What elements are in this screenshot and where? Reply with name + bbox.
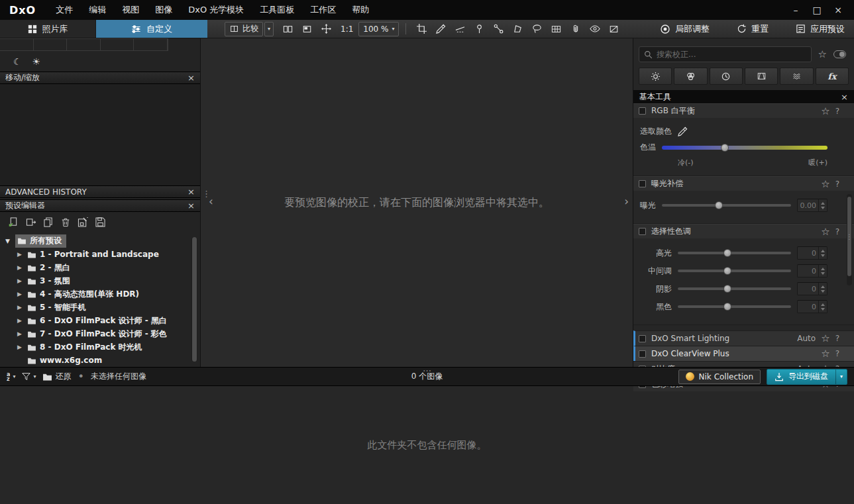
selective-tone-checkbox[interactable] [639,228,646,235]
local-adjustments-button[interactable]: 局部调整 [651,20,719,38]
search-input[interactable] [657,50,806,59]
shadows-value[interactable]: 0 [797,282,827,295]
tree-item-all-presets[interactable]: ▼ 所有预设 [0,234,200,248]
menu-tool-panels[interactable]: 工具面板 [252,4,302,16]
chevron-right-icon[interactable]: ▶ [17,304,24,311]
tree-item[interactable]: ▶7 - DxO FilmPack 设计师 - 彩色 [0,327,200,340]
menu-view[interactable]: 视图 [114,4,147,16]
tree-item[interactable]: ▶4 - 高动态范围(单张 HDR) [0,287,200,301]
split-view-button[interactable] [279,21,297,37]
tab-layers[interactable] [780,68,813,85]
maximize-button[interactable]: □ [806,5,827,15]
control-line-button[interactable] [490,21,507,37]
star-icon[interactable]: ☆ [821,178,829,190]
tab-detail[interactable] [710,68,743,85]
reshape-grid-button[interactable] [547,21,565,37]
menu-workspace[interactable]: 工作区 [302,4,344,16]
collapse-right-panel-icon[interactable]: › [624,196,629,207]
menu-optics-modules[interactable]: DxO 光学模块 [180,4,252,16]
mask-manager-button[interactable] [605,21,623,37]
preset-editor-panel-header[interactable]: 预设编辑器 × [0,199,200,212]
star-icon[interactable]: ☆ [821,348,829,360]
menu-help[interactable]: 帮助 [344,4,377,16]
zoom-1to1-button[interactable]: 1:1 [337,22,357,36]
shadow-clipping-icon[interactable]: ☾ [13,56,22,67]
midtones-value[interactable]: 0 [797,264,827,277]
star-icon[interactable]: ☆ [821,226,829,238]
help-icon[interactable]: ? [835,107,839,116]
tree-item[interactable]: ▶3 - 氛围 [0,274,200,287]
tab-color[interactable] [674,68,707,85]
sort-button[interactable]: az ▾ [7,372,15,381]
stepper[interactable] [818,283,827,295]
advanced-history-panel-header[interactable]: ADVANCED HISTORY × [0,185,200,198]
close-icon[interactable]: × [187,201,195,211]
highlights-slider[interactable] [678,249,791,257]
tree-item[interactable]: ▶5 - 智能手机 [0,301,200,314]
filter-button[interactable]: ▾ [22,372,36,381]
shadows-slider[interactable] [678,285,791,293]
star-icon[interactable]: ☆ [821,332,829,344]
export-to-disk-button[interactable]: 导出到磁盘 ▾ [767,369,847,385]
chevron-right-icon[interactable]: ▶ [17,330,24,337]
compare-dropdown[interactable]: ▾ [264,22,274,36]
close-icon[interactable]: × [187,73,195,83]
highlights-value[interactable]: 0 [797,246,827,260]
pan-button[interactable] [317,21,335,37]
lasso-tool-button[interactable] [528,21,546,37]
chevron-right-icon[interactable]: ▶ [17,251,24,258]
save-preset-button[interactable] [95,217,105,227]
nik-collection-button[interactable]: Nik Collection [678,370,761,384]
smart-lighting-checkbox[interactable] [639,335,646,342]
reset-button[interactable]: 重置 [727,20,778,38]
rename-preset-button[interactable] [78,217,88,227]
tab-light[interactable] [639,68,672,85]
tab-photolibrary[interactable]: 照片库 [0,20,96,38]
menu-edit[interactable]: 编辑 [81,4,114,16]
smart-lighting-row[interactable]: DxO Smart Lighting Auto ☆ ? [633,330,854,346]
menu-file[interactable]: 文件 [48,4,81,16]
right-panel-scrollbar[interactable]: ⋮ [847,194,852,285]
exposure-checkbox[interactable] [639,180,646,187]
tab-geometry[interactable] [745,68,778,85]
help-icon[interactable]: ? [835,334,839,343]
duplicate-preset-button[interactable] [44,217,54,227]
stepper[interactable] [818,265,827,277]
chevron-right-icon[interactable]: ▶ [17,344,24,350]
chevron-right-icon[interactable]: ▶ [17,291,24,297]
export-dropdown[interactable]: ▾ [835,370,847,384]
full-view-button[interactable] [298,21,316,37]
highlight-clipping-icon[interactable]: ☀ [32,56,41,67]
chevron-right-icon[interactable]: ▶ [17,317,24,324]
favorites-filter-icon[interactable]: ☆ [818,48,827,60]
tree-item[interactable]: ▶2 - 黑白 [0,261,200,274]
help-icon[interactable]: ? [835,349,839,358]
create-preset-button[interactable] [8,217,19,227]
close-icon[interactable]: × [187,187,195,197]
tab-customize[interactable]: 自定义 [96,20,207,38]
tree-item[interactable]: ▶8 - DxO FilmPack 时光机 [0,340,200,354]
rgb-wb-checkbox[interactable] [639,107,646,115]
basic-tools-header[interactable]: 基本工具 × [633,90,854,103]
close-icon[interactable]: × [841,92,848,102]
white-balance-picker-button[interactable] [432,21,450,37]
stepper[interactable] [818,199,827,211]
show-mask-button[interactable] [586,21,604,37]
crop-tool-button[interactable] [413,21,431,37]
chevron-right-icon[interactable]: ▶ [17,264,24,271]
active-corrections-toggle[interactable] [833,50,846,58]
blacks-value[interactable]: 0 [797,300,827,313]
control-point-button[interactable] [470,21,488,37]
apply-preset-button[interactable]: 应用预设 [786,20,854,38]
tree-item[interactable]: ▶6 - DxO FilmPack 设计师 - 黑白 [0,314,200,327]
export-preset-button[interactable] [26,217,36,227]
blacks-slider[interactable] [678,303,791,311]
collapse-left-panel-icon[interactable]: ‹ [209,196,213,207]
search-box[interactable] [639,46,812,62]
midtones-slider[interactable] [678,267,791,275]
exposure-value[interactable]: 0.00 [797,199,827,212]
tree-item[interactable]: ▶1 - Portrait and Landscape [0,248,200,261]
temperature-slider[interactable] [662,144,827,152]
help-icon[interactable]: ? [835,227,839,236]
chevron-right-icon[interactable]: ▶ [17,277,24,284]
